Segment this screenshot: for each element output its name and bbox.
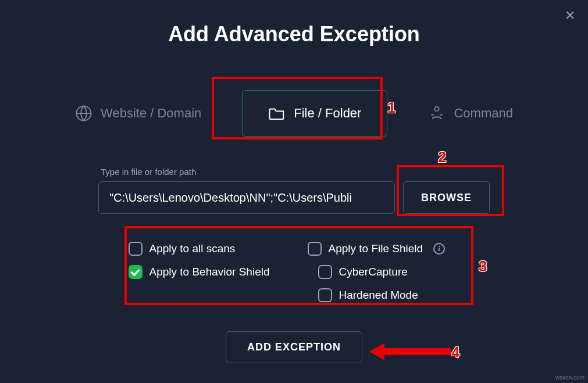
checkbox-apply-behavior-shield[interactable]: Apply to Behavior Shield — [129, 265, 297, 279]
checkbox-icon — [318, 265, 332, 279]
annotation-number-3: 3 — [479, 257, 487, 275]
path-input[interactable] — [98, 181, 395, 214]
checkbox-icon — [318, 288, 332, 302]
close-icon[interactable]: ✕ — [560, 6, 580, 26]
checkbox-apply-file-shield[interactable]: Apply to File Shield i — [308, 242, 459, 256]
tab-website-domain[interactable]: Website / Domain — [75, 105, 201, 122]
checkbox-label: CyberCapture — [339, 266, 408, 278]
checkbox-icon — [129, 265, 142, 279]
browse-button[interactable]: BROWSE — [403, 181, 490, 214]
annotation-number-2: 2 — [438, 148, 446, 166]
annotation-number-4: 4 — [451, 343, 459, 361]
command-icon — [428, 105, 446, 122]
checkbox-hardened-mode[interactable]: Hardened Mode — [318, 288, 459, 302]
path-input-label: Type in file or folder path — [101, 167, 395, 177]
watermark: wsxdn.com — [555, 374, 585, 381]
checkbox-label: Apply to all scans — [149, 242, 236, 255]
options-grid: Apply to all scans Apply to File Shield … — [129, 242, 460, 302]
tab-label: File / Folder — [294, 106, 361, 121]
exception-type-tabs: Website / Domain File / Folder Command — [0, 90, 588, 137]
info-icon[interactable]: i — [433, 243, 445, 255]
tab-command[interactable]: Command — [428, 105, 512, 122]
annotation-number-1: 1 — [387, 99, 395, 117]
svg-point-2 — [435, 107, 440, 112]
tab-label: Command — [454, 106, 512, 121]
path-row: Type in file or folder path BROWSE — [0, 167, 588, 214]
checkbox-icon — [129, 242, 142, 256]
globe-icon — [75, 105, 92, 122]
page-title: Add Advanced Exception — [0, 22, 588, 46]
checkbox-cybercapture[interactable]: CyberCapture — [318, 265, 459, 279]
add-exception-button[interactable]: ADD EXCEPTION — [226, 331, 362, 363]
checkbox-apply-all-scans[interactable]: Apply to all scans — [129, 242, 297, 256]
checkbox-label: Hardened Mode — [339, 289, 418, 302]
tab-file-folder[interactable]: File / Folder — [242, 90, 387, 137]
checkbox-label: Apply to Behavior Shield — [149, 266, 270, 278]
checkbox-label: Apply to File Shield — [329, 242, 423, 255]
tab-label: Website / Domain — [101, 106, 201, 121]
checkbox-icon — [308, 242, 322, 256]
folder-icon — [268, 106, 286, 121]
